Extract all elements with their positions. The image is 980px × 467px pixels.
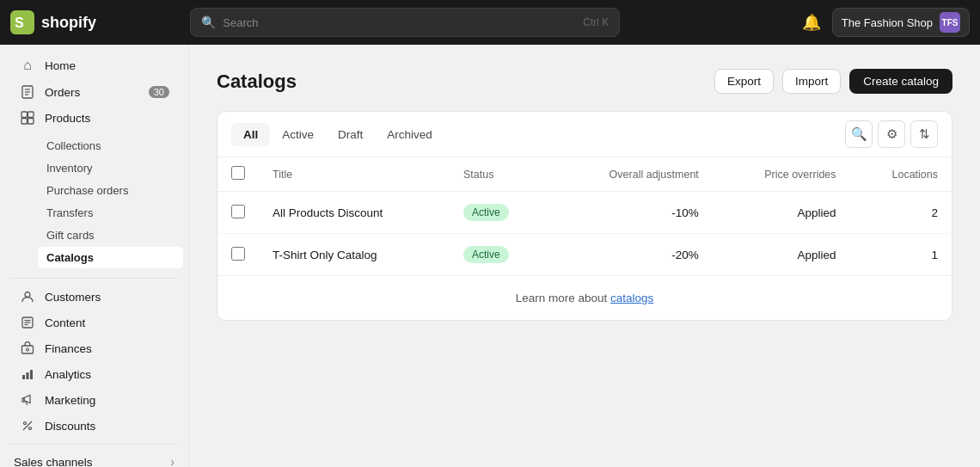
- sidebar-item-collections[interactable]: Collections: [38, 135, 183, 157]
- table-head: Title Status Overall adjustment Price ov…: [217, 157, 952, 192]
- row-2-checkbox[interactable]: [231, 247, 245, 261]
- row-1-status-badge: Active: [463, 204, 509, 221]
- sidebar-item-catalogs[interactable]: Catalogs: [38, 247, 183, 268]
- row-1-title-text: All Products Discount: [273, 206, 383, 219]
- row-1-checkbox[interactable]: [231, 205, 245, 218]
- svg-rect-15: [22, 346, 34, 353]
- tab-archived[interactable]: Archived: [375, 123, 444, 146]
- notifications-button[interactable]: 🔔: [798, 9, 825, 36]
- tab-active[interactable]: Active: [270, 123, 326, 146]
- store-name-text: The Fashion Shop: [842, 16, 933, 29]
- inventory-label: Inventory: [46, 162, 92, 175]
- row-1-price-overrides: Applied: [713, 192, 850, 234]
- sidebar-item-marketing-label: Marketing: [45, 394, 95, 407]
- analytics-icon: [19, 367, 36, 381]
- sidebar-item-inventory[interactable]: Inventory: [38, 157, 183, 179]
- catalogs-label: Catalogs: [46, 251, 94, 264]
- sidebar-item-discounts[interactable]: Discounts: [5, 413, 183, 439]
- tab-all[interactable]: All: [231, 123, 270, 146]
- sales-channels-label: Sales channels: [14, 456, 93, 468]
- select-all-checkbox[interactable]: [231, 166, 245, 180]
- row-2-checkbox-cell[interactable]: [217, 234, 259, 276]
- col-header-overrides: Price overrides: [713, 157, 850, 192]
- collections-label: Collections: [46, 139, 101, 152]
- sidebar-item-home[interactable]: ⌂ Home: [5, 52, 183, 79]
- svg-text:S: S: [15, 15, 24, 30]
- svg-rect-18: [27, 372, 29, 379]
- marketing-icon: [19, 393, 36, 407]
- svg-rect-6: [21, 112, 28, 118]
- sidebar-item-orders[interactable]: Orders 30: [5, 79, 183, 105]
- sidebar-item-gift-cards[interactable]: Gift cards: [38, 224, 183, 246]
- sidebar-item-transfers[interactable]: Transfers: [38, 202, 183, 224]
- sidebar-item-discounts-label: Discounts: [45, 420, 95, 433]
- store-menu-button[interactable]: The Fashion Shop TFS: [832, 8, 970, 37]
- row-2-price-overrides: Applied: [713, 234, 850, 276]
- nav-right-area: 🔔 The Fashion Shop TFS: [798, 8, 970, 37]
- import-button[interactable]: Import: [782, 69, 841, 94]
- sort-icon: ⇅: [919, 126, 930, 142]
- top-navigation: S shopify 🔍 Search Ctrl K 🔔 The Fashion …: [0, 0, 980, 45]
- export-button[interactable]: Export: [714, 69, 774, 94]
- sidebar-item-marketing[interactable]: Marketing: [5, 387, 183, 413]
- row-2-title[interactable]: T-Shirt Only Catalog: [259, 234, 450, 276]
- products-submenu: Collections Inventory Purchase orders Tr…: [0, 131, 188, 273]
- sidebar-item-finances-label: Finances: [45, 342, 92, 355]
- sales-channels-header[interactable]: Sales channels ›: [0, 450, 188, 467]
- customers-icon: [19, 290, 36, 304]
- select-all-header[interactable]: [217, 157, 259, 192]
- svg-point-21: [29, 427, 32, 430]
- sidebar-divider-1: [10, 278, 178, 279]
- content-icon: [19, 316, 36, 329]
- tab-draft[interactable]: Draft: [326, 123, 375, 146]
- page-header: Catalogs Export Import Create catalog: [217, 69, 952, 94]
- sidebar-item-content-label: Content: [45, 316, 85, 329]
- svg-point-16: [27, 348, 29, 351]
- search-icon: 🔍: [201, 15, 216, 29]
- svg-rect-7: [28, 112, 34, 118]
- row-1-title[interactable]: All Products Discount: [259, 192, 450, 234]
- row-2-locations: 1: [850, 234, 952, 276]
- shopify-logo-icon: S: [10, 10, 34, 34]
- catalogs-table: Title Status Overall adjustment Price ov…: [217, 157, 952, 275]
- row-2-title-text: T-Shirt Only Catalog: [273, 249, 377, 261]
- row-1-checkbox-cell[interactable]: [217, 192, 259, 234]
- catalogs-table-card: All Active Draft Archived 🔍 ⚙ ⇅: [217, 111, 952, 321]
- search-toggle-button[interactable]: 🔍: [845, 120, 873, 148]
- search-icon: 🔍: [851, 126, 867, 142]
- sidebar-item-customers[interactable]: Customers: [5, 284, 183, 310]
- row-1-locations: 2: [850, 192, 952, 234]
- sidebar-item-content[interactable]: Content: [5, 310, 183, 335]
- svg-point-10: [25, 292, 30, 298]
- filter-button[interactable]: ⚙: [878, 120, 905, 148]
- sidebar-item-home-label: Home: [45, 59, 76, 72]
- page-title: Catalogs: [217, 71, 714, 93]
- table-toolbar: All Active Draft Archived 🔍 ⚙ ⇅: [217, 112, 952, 157]
- sidebar-divider-2: [10, 444, 178, 445]
- svg-rect-9: [28, 119, 34, 125]
- sidebar-item-finances[interactable]: Finances: [5, 335, 183, 361]
- sidebar-item-analytics-label: Analytics: [45, 368, 91, 381]
- sort-button[interactable]: ⇅: [910, 120, 938, 148]
- sidebar-item-analytics[interactable]: Analytics: [5, 361, 183, 387]
- orders-badge: 30: [149, 86, 169, 98]
- catalogs-link[interactable]: catalogs: [610, 292, 653, 304]
- table-row[interactable]: All Products Discount Active -10% Applie…: [217, 192, 952, 234]
- search-placeholder-text: Search: [223, 16, 576, 29]
- row-2-adjustment: -20%: [550, 234, 713, 276]
- search-bar[interactable]: 🔍 Search Ctrl K: [190, 8, 620, 37]
- search-shortcut-hint: Ctrl K: [583, 16, 609, 28]
- table-row[interactable]: T-Shirt Only Catalog Active -20% Applied…: [217, 234, 952, 276]
- sidebar-item-orders-label: Orders: [45, 86, 80, 99]
- create-catalog-button[interactable]: Create catalog: [849, 69, 952, 94]
- products-icon: [19, 111, 36, 125]
- transfers-label: Transfers: [46, 206, 93, 219]
- sidebar-item-products[interactable]: Products: [5, 105, 183, 131]
- purchase-orders-label: Purchase orders: [46, 184, 128, 197]
- svg-rect-8: [21, 119, 28, 125]
- learn-more-text: Learn more about: [516, 292, 610, 304]
- logo-area[interactable]: S shopify: [10, 10, 96, 34]
- col-header-status: Status: [450, 157, 550, 192]
- sidebar-item-purchase-orders[interactable]: Purchase orders: [38, 180, 183, 201]
- content-area: Catalogs Export Import Create catalog Al…: [189, 45, 980, 467]
